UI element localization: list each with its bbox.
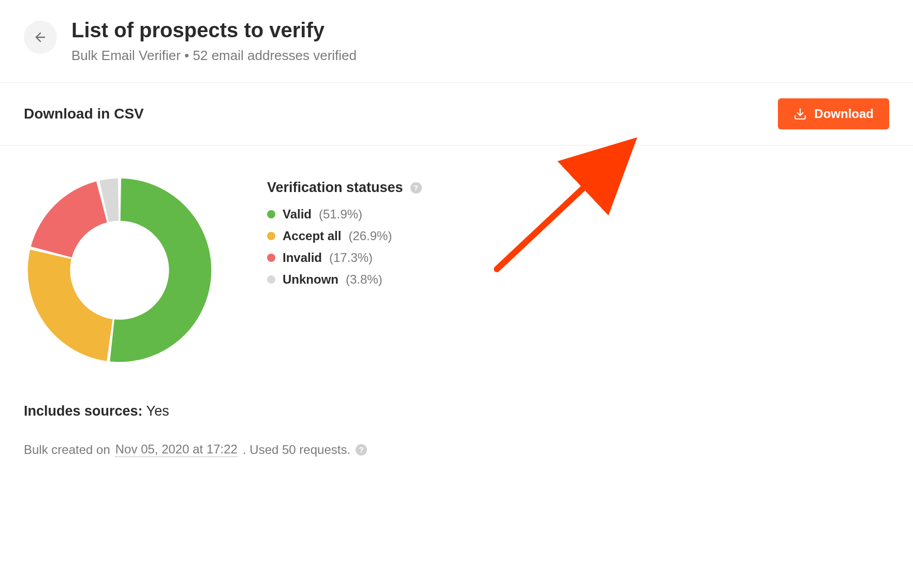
sources-value: Yes [146,403,169,419]
legend-dot [267,275,275,284]
legend-item-label: Accept all [283,229,341,243]
help-icon[interactable]: ? [356,444,367,455]
content: Verification statuses ? Valid(51.9%)Acce… [0,145,913,457]
download-button-label: Download [814,107,874,121]
donut-slice [28,249,113,361]
legend-dot [267,254,275,262]
footer-suffix: . Used 50 requests. [243,443,350,457]
sources-label: Includes sources: [24,403,143,419]
donut-slice [110,179,211,362]
legend-item-label: Unknown [283,272,338,287]
legend-item: Accept all(26.9%) [267,229,422,243]
footer-date: Nov 05, 2020 at 17:22 [115,442,238,457]
footer-prefix: Bulk created on [24,443,110,457]
page-title: List of prospects to verify [71,19,357,41]
footer-line: Bulk created on Nov 05, 2020 at 17:22 . … [24,442,889,457]
legend-item: Unknown(3.8%) [267,272,422,287]
legend-item-label: Invalid [283,251,322,265]
legend-item-value: (26.9%) [348,229,392,243]
legend-dot [267,210,275,218]
download-bar: Download in CSV Download [0,83,913,145]
download-button[interactable]: Download [778,98,889,129]
download-section-label: Download in CSV [24,106,144,122]
legend-dot [267,232,275,240]
legend-item: Valid(51.9%) [267,207,422,222]
arrow-left-icon [33,30,48,45]
header-titles: List of prospects to verify Bulk Email V… [71,19,357,64]
sources-line: Includes sources: Yes [24,403,889,419]
help-icon[interactable]: ? [410,182,422,194]
chart-row: Verification statuses ? Valid(51.9%)Acce… [24,174,889,366]
donut-chart [24,174,215,366]
legend-item: Invalid(17.3%) [267,251,422,265]
legend-item-value: (3.8%) [346,272,382,287]
legend-title: Verification statuses [267,180,403,196]
back-button[interactable] [24,21,57,54]
legend: Verification statuses ? Valid(51.9%)Acce… [267,174,422,294]
page-header: List of prospects to verify Bulk Email V… [0,0,913,83]
download-icon [793,107,807,121]
legend-item-label: Valid [283,207,312,222]
page-subtitle: Bulk Email Verifier • 52 email addresses… [71,48,357,64]
legend-item-value: (17.3%) [329,251,373,265]
legend-item-value: (51.9%) [319,207,362,222]
donut-slice [31,182,107,258]
